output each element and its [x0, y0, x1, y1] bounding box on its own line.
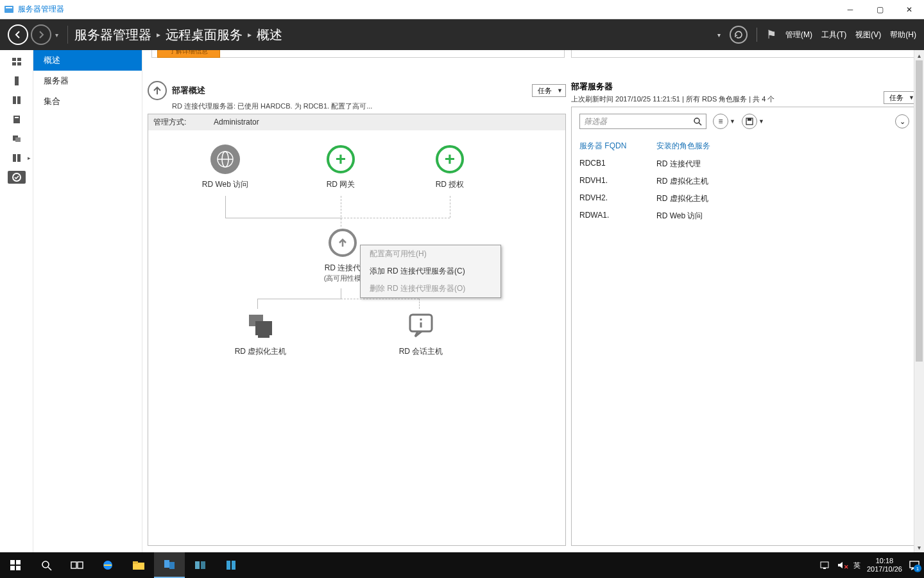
window-maximize-button[interactable]: ▢ — [865, 0, 894, 19]
window-minimize-button[interactable]: ─ — [835, 0, 865, 19]
tasks-dropdown-left[interactable]: 任务 ▼ — [532, 84, 566, 97]
menu-view[interactable]: 视图(V) — [855, 30, 881, 40]
cell-role: RD Web 访问 — [656, 211, 909, 222]
svg-rect-2 — [12, 58, 16, 61]
menu-tools[interactable]: 工具(T) — [821, 30, 846, 40]
svg-rect-21 — [258, 335, 270, 338]
notifications-flag-icon[interactable]: ⚑ — [766, 28, 776, 42]
node-rd-shost[interactable]: RD 会话主机 — [379, 310, 463, 357]
tray-network-icon[interactable] — [820, 561, 830, 570]
deploy-overview-title: 部署概述 — [172, 85, 527, 96]
rail-local-server-icon[interactable] — [8, 74, 26, 87]
node-label: RD 授权 — [411, 179, 488, 190]
rail-dashboard-icon[interactable] — [8, 55, 26, 68]
scroll-thumb[interactable] — [916, 60, 923, 362]
cell-role: RD 虚拟化主机 — [656, 176, 909, 187]
cell-role: RD 虚拟化主机 — [656, 193, 909, 204]
taskbar-app-1[interactable] — [185, 552, 216, 578]
svg-rect-47 — [823, 568, 826, 569]
mgmt-user: Administrator — [214, 118, 259, 127]
svg-point-25 — [694, 118, 699, 123]
svg-rect-44 — [227, 561, 230, 570]
svg-rect-40 — [164, 560, 169, 568]
tray-ime[interactable]: 英 — [853, 561, 860, 570]
col-fqdn[interactable]: 服务器 FQDN — [579, 141, 656, 152]
svg-rect-31 — [10, 566, 15, 570]
rail-hyperv-icon[interactable] — [8, 132, 26, 145]
table-row[interactable]: RDVH2. RD 虚拟化主机 — [579, 193, 909, 204]
cell-role: RD 连接代理 — [656, 159, 909, 170]
window-close-button[interactable]: ✕ — [894, 0, 924, 19]
list-options-button[interactable]: ≡ — [713, 114, 728, 129]
rail-iis-icon[interactable]: ▸ — [8, 152, 26, 164]
sidenav-overview[interactable]: 概述 — [33, 50, 142, 71]
action-center-button[interactable]: 1 — [909, 559, 920, 571]
expand-toggle-button[interactable]: ⌄ — [895, 114, 909, 128]
taskbar-search-button[interactable] — [31, 552, 62, 578]
vertical-scrollbar[interactable]: ▴ ▾ — [914, 50, 924, 552]
table-row[interactable]: RDCB1 RD 连接代理 — [579, 159, 909, 170]
svg-rect-41 — [169, 562, 175, 569]
svg-rect-28 — [748, 118, 751, 121]
node-label: RD 会话主机 — [379, 346, 463, 357]
menu-help[interactable]: 帮助(H) — [890, 30, 916, 40]
ctx-configure-ha: 配置高可用性(H) — [361, 245, 501, 263]
app-icon — [4, 4, 14, 15]
table-row[interactable]: RDWA1. RD Web 访问 — [579, 211, 909, 222]
breadcrumb-section[interactable]: 远程桌面服务 — [166, 26, 243, 44]
rail-all-servers-icon[interactable] — [8, 94, 26, 107]
table-row[interactable]: RDVH1. RD 虚拟化主机 — [579, 176, 909, 187]
sidenav-servers[interactable]: 服务器 — [33, 71, 142, 91]
node-rd-web[interactable]: RD Web 访问 — [187, 143, 264, 190]
svg-rect-0 — [4, 6, 13, 13]
taskbar-app-2[interactable] — [216, 552, 246, 578]
clock-date: 2017/10/26 — [867, 565, 902, 574]
header-dropdown-icon[interactable]: ▾ — [717, 31, 721, 39]
task-view-button[interactable] — [62, 552, 92, 578]
taskbar-server-manager[interactable] — [154, 552, 185, 578]
taskbar: ✕ 英 10:18 2017/10/26 1 — [0, 552, 924, 578]
scroll-down-icon[interactable]: ▾ — [914, 542, 924, 552]
chevron-down-icon: ▼ — [557, 87, 563, 94]
nav-dropdown-icon[interactable]: ▾ — [55, 31, 58, 39]
node-label: RD 网关 — [302, 179, 379, 190]
ctx-add-broker[interactable]: 添加 RD 连接代理服务器(C) — [361, 263, 501, 280]
start-button[interactable] — [0, 552, 31, 578]
node-rd-gateway[interactable]: + RD 网关 — [302, 143, 379, 190]
info-banner-link[interactable]: 了解详细信息 — [157, 50, 220, 58]
tray-volume-icon[interactable]: ✕ — [837, 561, 847, 570]
taskbar-ie[interactable] — [92, 552, 123, 578]
sidenav-collections[interactable]: 集合 — [33, 91, 142, 112]
tray-clock[interactable]: 10:18 2017/10/26 — [867, 557, 902, 574]
save-query-button[interactable] — [742, 114, 757, 129]
node-rd-vhost[interactable]: RD 虚拟化主机 — [219, 310, 302, 357]
nav-forward-button[interactable] — [31, 24, 51, 45]
svg-rect-43 — [201, 561, 205, 569]
filter-input[interactable]: 筛选器 — [579, 114, 706, 129]
rail-rds-icon[interactable]: ▸ — [8, 171, 26, 184]
plus-icon: + — [436, 145, 464, 173]
svg-rect-42 — [195, 561, 200, 569]
broker-context-menu: 配置高可用性(H) 添加 RD 连接代理服务器(C) 删除 RD 连接代理服务器… — [360, 245, 501, 298]
nav-back-button[interactable] — [8, 24, 28, 45]
svg-point-33 — [42, 561, 49, 568]
deploy-servers-title: 部署服务器 — [571, 81, 884, 92]
globe-icon — [210, 144, 240, 174]
chevron-down-icon: ▼ — [730, 118, 735, 125]
window-titlebar: 服务器管理器 ─ ▢ ✕ — [0, 0, 924, 19]
svg-line-34 — [48, 567, 51, 570]
clock-time: 10:18 — [867, 557, 902, 565]
svg-rect-46 — [821, 562, 828, 568]
scroll-up-icon[interactable]: ▴ — [914, 50, 924, 60]
col-role[interactable]: 安装的角色服务 — [656, 141, 909, 152]
taskbar-explorer[interactable] — [123, 552, 154, 578]
breadcrumb-root[interactable]: 服务器管理器 — [74, 26, 151, 44]
rail-file-services-icon[interactable] — [8, 113, 26, 126]
search-icon[interactable] — [693, 117, 702, 126]
refresh-button[interactable] — [730, 26, 748, 44]
svg-line-26 — [699, 123, 701, 125]
menu-manage[interactable]: 管理(M) — [785, 30, 812, 40]
breadcrumb-page[interactable]: 概述 — [257, 26, 282, 44]
node-rd-license[interactable]: + RD 授权 — [411, 143, 488, 190]
tasks-dropdown-right[interactable]: 任务 ▼ — [884, 91, 918, 104]
